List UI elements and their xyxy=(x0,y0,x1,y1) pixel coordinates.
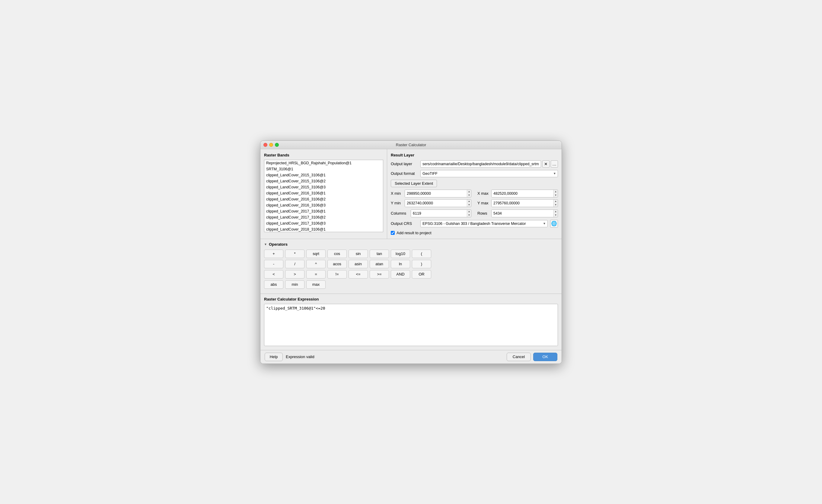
result-layer-title: Result Layer xyxy=(391,153,558,157)
op-btn-sin[interactable]: sin xyxy=(349,250,368,258)
title-bar: Raster Calculator xyxy=(261,141,561,149)
columns-down[interactable]: ▼ xyxy=(467,213,471,217)
operators-title: Operators xyxy=(269,242,288,247)
xmax-label: X max xyxy=(477,191,489,196)
right-panel: Result Layer Output layer ✕ … Output for… xyxy=(387,149,561,239)
left-panel: Raster Bands Reprojected_HRSL_BGD_Rajsha… xyxy=(261,149,387,239)
xmin-down[interactable]: ▼ xyxy=(467,194,471,197)
op-btn-([interactable]: ( xyxy=(412,250,431,258)
op-btn-tan[interactable]: tan xyxy=(370,250,389,258)
op-btn-+[interactable]: + xyxy=(264,250,283,258)
coords-grid: X min ▲ ▼ X max ▲ xyxy=(391,190,558,207)
output-format-select-wrapper: GeoTIFFGTiffERDAS Imagine ▼ xyxy=(420,170,558,177)
footer-right: Cancel OK xyxy=(507,353,557,361)
operators-row3: <>=!=<=>=ANDOR xyxy=(264,270,558,279)
op-btn-<=[interactable]: <= xyxy=(349,270,368,279)
expression-title: Raster Calculator Expression xyxy=(264,297,558,301)
op-btn-!=[interactable]: != xyxy=(327,270,347,279)
add-result-checkbox[interactable] xyxy=(391,231,395,235)
colrow-grid: Columns ▲ ▼ Rows ▲ xyxy=(391,209,558,217)
ymax-input[interactable] xyxy=(492,200,553,207)
op-btn-^[interactable]: ^ xyxy=(306,260,326,268)
rows-down[interactable]: ▼ xyxy=(554,213,558,217)
band-list-item[interactable]: clipped_LandCover_2015_3106@3 xyxy=(264,184,383,190)
band-list-item[interactable]: clipped_LandCover_2016_3106@1 xyxy=(264,190,383,196)
browse-output-btn[interactable]: … xyxy=(551,160,558,168)
output-format-label: Output format xyxy=(391,171,418,176)
band-list-item[interactable]: clipped_LandCover_2017_3106@3 xyxy=(264,220,383,226)
ymax-up[interactable]: ▲ xyxy=(554,200,558,203)
ymin-row: Y min ▲ ▼ xyxy=(391,199,471,207)
raster-bands-list[interactable]: Reprojected_HRSL_BGD_Rajshahi_Population… xyxy=(264,160,383,232)
xmin-up[interactable]: ▲ xyxy=(467,190,471,194)
band-list-item[interactable]: clipped_LandCover_2017_3106@2 xyxy=(264,214,383,220)
rows-up[interactable]: ▲ xyxy=(554,210,558,213)
band-list-item[interactable]: clipped_LandCover_2017_3106@1 xyxy=(264,208,383,214)
footer-left: Help Expression valid xyxy=(265,353,315,361)
rows-input[interactable] xyxy=(492,210,553,217)
op-btn->=[interactable]: >= xyxy=(370,270,389,279)
xmax-down[interactable]: ▼ xyxy=(554,194,558,197)
minimize-btn[interactable] xyxy=(269,143,273,147)
maximize-btn[interactable] xyxy=(275,143,279,147)
crs-select[interactable]: EPSG:3106 - Gulshan 303 / Bangladesh Tra… xyxy=(420,220,548,227)
op-btn->[interactable]: > xyxy=(285,270,305,279)
op-btn-abs[interactable]: abs xyxy=(264,280,283,289)
op-btn-atan[interactable]: atan xyxy=(370,260,389,268)
op-btn-=[interactable]: = xyxy=(306,270,326,279)
op-btn-*[interactable]: * xyxy=(285,250,305,258)
op-btn-min[interactable]: min xyxy=(285,280,305,289)
xmin-input[interactable] xyxy=(405,190,467,197)
ymin-input[interactable] xyxy=(405,200,467,207)
columns-input-wrap: ▲ ▼ xyxy=(411,209,471,217)
selected-extent-button[interactable]: Selected Layer Extent xyxy=(391,180,437,187)
op-btn-ln[interactable]: ln xyxy=(391,260,410,268)
op-btn-/[interactable]: / xyxy=(285,260,305,268)
band-list-item[interactable]: SRTM_3106@1 xyxy=(264,166,383,172)
output-format-row: Output format GeoTIFFGTiffERDAS Imagine … xyxy=(391,170,558,177)
columns-up[interactable]: ▲ xyxy=(467,210,471,213)
band-list-item[interactable]: clipped_LandCover_2015_3106@2 xyxy=(264,178,383,184)
op-btn-cos[interactable]: cos xyxy=(327,250,347,258)
columns-input[interactable] xyxy=(411,210,467,217)
band-list-item[interactable]: clipped_LandCover_2015_3106@1 xyxy=(264,172,383,178)
op-btn-or[interactable]: OR xyxy=(412,270,431,279)
band-list-item[interactable]: clipped_LandCover_2016_3106@2 xyxy=(264,196,383,202)
help-button[interactable]: Help xyxy=(265,353,283,361)
cancel-button[interactable]: Cancel xyxy=(507,353,531,361)
band-list-item[interactable]: clipped_LandCover_2018_3106@1 xyxy=(264,226,383,232)
ymax-down[interactable]: ▼ xyxy=(554,203,558,207)
op-btn--[interactable]: - xyxy=(264,260,283,268)
operators-row2: -/^acosasinatanln) xyxy=(264,260,558,268)
op-btn-)[interactable]: ) xyxy=(412,260,431,268)
xmax-up[interactable]: ▲ xyxy=(554,190,558,194)
band-list-item[interactable]: clipped_LandCover_2016_3106@3 xyxy=(264,202,383,208)
op-btn-acos[interactable]: acos xyxy=(327,260,347,268)
ymin-down[interactable]: ▼ xyxy=(467,203,471,207)
add-result-label[interactable]: Add result to project xyxy=(397,231,432,235)
crs-globe-button[interactable]: 🌐 xyxy=(550,220,558,228)
output-layer-input[interactable] xyxy=(420,160,541,168)
ymax-label: Y max xyxy=(477,201,489,205)
op-btn-asin[interactable]: asin xyxy=(349,260,368,268)
columns-row: Columns ▲ ▼ xyxy=(391,209,471,217)
xmin-spinner: ▲ ▼ xyxy=(467,190,471,197)
output-format-select[interactable]: GeoTIFFGTiffERDAS Imagine xyxy=(420,170,558,177)
op-btn-sqrt[interactable]: sqrt xyxy=(306,250,326,258)
operators-collapse-icon[interactable]: ▼ xyxy=(264,243,267,246)
op-btn-<[interactable]: < xyxy=(264,270,283,279)
op-btn-and[interactable]: AND xyxy=(391,270,410,279)
xmin-label: X min xyxy=(391,191,403,196)
close-btn[interactable] xyxy=(264,143,267,147)
op-btn-log10[interactable]: log10 xyxy=(391,250,410,258)
band-list-item[interactable]: Reprojected_HRSL_BGD_Rajshahi_Population… xyxy=(264,160,383,166)
clear-output-btn[interactable]: ✕ xyxy=(542,160,549,168)
op-btn-max[interactable]: max xyxy=(306,280,326,289)
add-result-row: Add result to project xyxy=(391,231,558,235)
output-crs-row: Output CRS EPSG:3106 - Gulshan 303 / Ban… xyxy=(391,220,558,228)
xmax-input[interactable] xyxy=(492,190,553,197)
columns-spinner: ▲ ▼ xyxy=(467,210,471,217)
ymin-up[interactable]: ▲ xyxy=(467,200,471,203)
ok-button[interactable]: OK xyxy=(533,353,557,361)
expression-textarea[interactable] xyxy=(264,304,558,346)
